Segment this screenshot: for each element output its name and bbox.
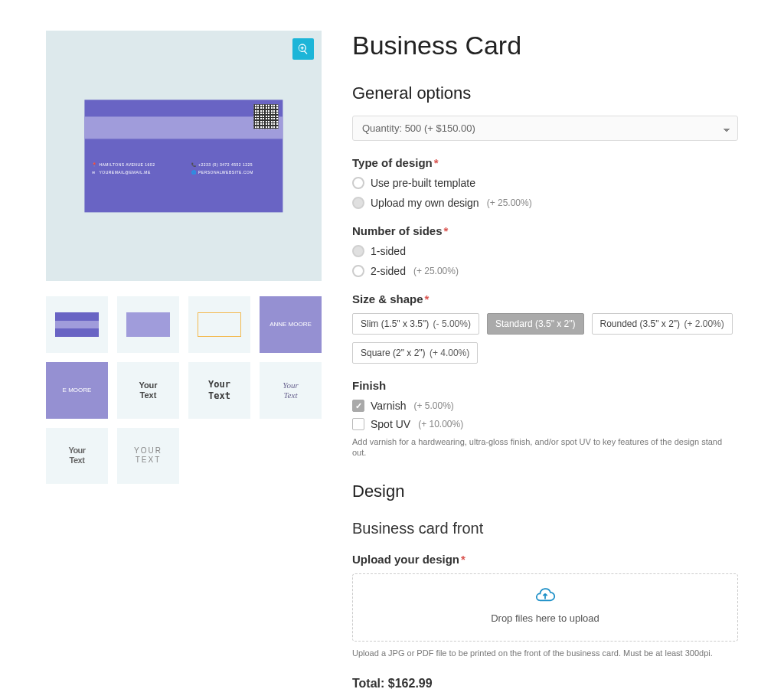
card-email: YOUREMAIL@EMAIL.ME: [99, 170, 150, 175]
upload-help: Upload a JPG or PDF file to be printed o…: [352, 648, 738, 658]
section-front: Business card front: [352, 520, 738, 537]
radio-2-sided[interactable]: 2-sided (+ 25.00%): [352, 265, 738, 277]
magnify-icon: [297, 43, 309, 55]
size-slim[interactable]: Slim (1.5" x 3.5") (- 5.00%): [352, 313, 479, 335]
thumbnail[interactable]: ANNE MOORE: [260, 296, 322, 353]
section-general: General options: [352, 83, 738, 103]
check-spot-uv[interactable]: Spot UV (+ 10.00%): [352, 418, 738, 430]
thumbnail[interactable]: YourText: [260, 362, 322, 419]
thumbnail[interactable]: [117, 296, 179, 353]
phone-icon: 📞: [191, 163, 195, 167]
size-standard[interactable]: Standard (3.5" x 2"): [487, 313, 584, 335]
thumbnail[interactable]: YourText: [188, 362, 250, 419]
section-design: Design: [352, 482, 738, 501]
check-varnish[interactable]: Varnish (+ 5.00%): [352, 400, 738, 412]
zoom-button[interactable]: [292, 38, 314, 60]
pin-icon: 📍: [92, 163, 96, 167]
size-rounded[interactable]: Rounded (3.5" x 2") (+ 2.00%): [592, 313, 733, 335]
thumbnail-grid: ANNE MOORE E MOORE YourText YourText You…: [46, 296, 322, 484]
total-price: Total: $162.99: [352, 677, 738, 689]
radio-prebuilt-template[interactable]: Use pre-built template: [352, 177, 738, 189]
thumbnail[interactable]: YourText: [46, 428, 108, 485]
size-square[interactable]: Square (2" x 2") (+ 4.00%): [352, 342, 478, 364]
radio-upload-own[interactable]: Upload my own design (+ 25.00%): [352, 197, 738, 209]
product-main-image: 📍HAMILTONS AVENUE 1602 ✉YOUREMAIL@EMAIL.…: [46, 31, 322, 281]
card-phone: +2233 (0) 3472 4552 1225: [198, 162, 253, 167]
thumbnail[interactable]: [188, 296, 250, 353]
radio-1-sided[interactable]: 1-sided: [352, 245, 738, 257]
globe-icon: 🌐: [191, 171, 195, 175]
card-website: PERSONALWEBSITE.COM: [198, 170, 253, 175]
label-upload: Upload your design*: [352, 553, 738, 566]
business-card-preview: 📍HAMILTONS AVENUE 1602 ✉YOUREMAIL@EMAIL.…: [84, 100, 283, 212]
page-title: Business Card: [352, 31, 738, 60]
label-type-of-design: Type of design*: [352, 156, 738, 169]
mail-icon: ✉: [92, 171, 96, 175]
thumbnail[interactable]: E MOORE: [46, 362, 108, 419]
thumbnail[interactable]: YourText: [117, 362, 179, 419]
thumbnail[interactable]: [46, 296, 108, 353]
dropzone-text: Drop files here to upload: [353, 612, 737, 624]
label-sides: Number of sides*: [352, 224, 738, 237]
cloud-upload-icon: [534, 588, 556, 605]
label-size: Size & shape*: [352, 292, 738, 305]
card-address: HAMILTONS AVENUE 1602: [99, 162, 155, 167]
upload-dropzone[interactable]: Drop files here to upload: [352, 573, 738, 642]
qr-code-icon: [254, 104, 279, 129]
quantity-select[interactable]: Quantity: 500 (+ $150.00): [352, 116, 738, 141]
thumbnail[interactable]: YOURTEXT: [117, 428, 179, 485]
finish-help: Add varnish for a hardwearing, ultra-glo…: [352, 436, 738, 459]
label-finish: Finish: [352, 379, 738, 392]
